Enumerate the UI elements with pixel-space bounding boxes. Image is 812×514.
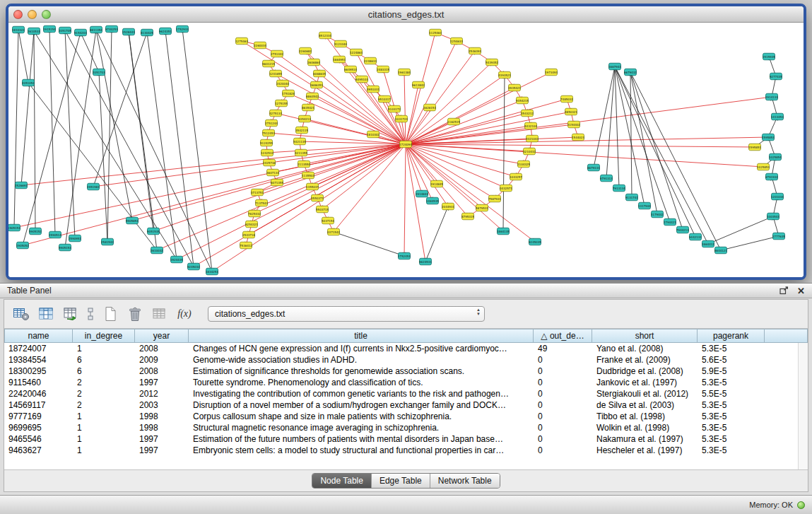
graph-node[interactable]: 2610032 (151, 247, 163, 254)
column-header-name[interactable]: name (4, 329, 73, 343)
graph-node[interactable]: 6495103 (355, 76, 368, 83)
graph-node[interactable]: 5905853 (126, 217, 139, 224)
graph-node[interactable]: 0686351 (310, 81, 323, 88)
graph-node[interactable]: 1664951 (333, 56, 346, 63)
delete-table-button[interactable] (125, 304, 145, 324)
network-svg[interactable]: 1724094127546322600342751442960121512416… (8, 23, 804, 277)
show-columns-button[interactable] (36, 304, 56, 324)
graph-node[interactable]: 2044931 (442, 203, 454, 210)
graph-node[interactable]: 2051705 (59, 27, 71, 34)
graph-node[interactable]: 8795315 (461, 213, 474, 220)
graph-node[interactable]: 2526691 (15, 182, 28, 189)
column-header-out_degree[interactable]: △ out_de… (534, 329, 592, 343)
graph-node[interactable]: 6863542 (306, 93, 319, 100)
graph-node[interactable]: 1043257 (510, 173, 522, 180)
graph-node[interactable]: 4850321 (565, 108, 577, 115)
graph-node[interactable]: 7536412 (240, 242, 252, 249)
graph-node[interactable]: 1864412 (702, 240, 714, 247)
table-row[interactable]: 1456911722003Disruption of a novel membe… (4, 399, 798, 411)
graph-node[interactable]: 1135503 (302, 172, 314, 179)
graph-node[interactable]: 1224863 (350, 49, 363, 56)
graph-node[interactable]: 1924435 (170, 256, 183, 263)
graph-node[interactable]: 5879531 (476, 204, 488, 211)
table-row[interactable]: 1938455462009Genome-wide association stu… (4, 354, 798, 366)
graph-node[interactable]: 1777635 (772, 233, 785, 240)
column-header-short[interactable]: short (592, 329, 698, 343)
graph-node[interactable]: 1025853 (757, 163, 770, 170)
function-builder-button[interactable]: f(x) (175, 304, 194, 324)
graph-node[interactable]: 2751244 (265, 119, 278, 127)
graph-node[interactable]: 1752933 (176, 25, 189, 33)
graph-node[interactable]: 1031724 (395, 115, 408, 122)
graph-node[interactable]: 7512453 (262, 129, 275, 136)
graph-node[interactable]: 9601215 (262, 60, 275, 67)
graph-node[interactable]: 2543718 (242, 231, 255, 238)
table-row[interactable]: 1872400712008Changes of HCN gene express… (4, 343, 798, 354)
graph-node[interactable]: 1484535 (426, 197, 439, 204)
table-select-dropdown[interactable]: citations_edges.txt ▲ ▼ (208, 306, 485, 322)
graph-node[interactable]: 1973493 (545, 69, 558, 76)
graph-node[interactable]: 9442131 (689, 233, 702, 240)
graph-node[interactable]: 2581542 (101, 238, 114, 245)
graph-node[interactable]: 8130425 (141, 29, 153, 36)
graph-node[interactable]: 9154203 (74, 29, 87, 36)
table-row[interactable]: 911546021997Tourette syndrome. Phenomeno… (4, 377, 798, 388)
graph-node[interactable]: 1595853 (762, 134, 775, 141)
table-row[interactable]: 1830029562008Estimation of significance … (4, 366, 798, 377)
graph-node[interactable]: 6354213 (298, 115, 311, 122)
graph-node[interactable]: 6791932 (765, 173, 778, 180)
graph-node[interactable]: 2606864 (307, 59, 320, 66)
table-scrollbar[interactable] (798, 343, 808, 469)
graph-node[interactable]: 2610533 (28, 28, 40, 35)
graph-node[interactable]: 0432571 (500, 185, 512, 192)
graph-node[interactable]: 6791313 (600, 175, 613, 182)
tab-edge-table[interactable]: Edge Table (372, 474, 430, 488)
graph-node[interactable]: 2483315 (377, 66, 389, 73)
graph-node[interactable]: 2104325 (517, 160, 530, 168)
graph-node[interactable]: 8635421 (302, 104, 314, 111)
graph-node[interactable]: 2590951 (69, 235, 81, 242)
graph-node[interactable]: 1834253 (206, 268, 218, 275)
graph-node[interactable]: 5421135 (293, 138, 306, 145)
graph-node[interactable]: 2260682 (299, 47, 312, 54)
graph-node[interactable]: 1275155 (275, 100, 288, 107)
graph-node[interactable]: 1515935 (763, 53, 775, 60)
column-header-year[interactable]: year (135, 329, 189, 343)
tab-network-table[interactable]: Network Table (430, 474, 500, 488)
graph-node[interactable]: 8512334 (319, 32, 331, 39)
graph-node[interactable]: 6679432 (624, 69, 637, 76)
graph-node[interactable]: 1590514 (49, 231, 61, 238)
graph-node[interactable]: 9277435 (770, 73, 782, 80)
window-titlebar[interactable]: citations_edges.txt (8, 6, 804, 23)
graph-node[interactable]: 3154402 (567, 121, 580, 128)
close-panel-button[interactable]: ✕ (797, 286, 805, 296)
column-header-pagerank[interactable]: pagerank (698, 329, 765, 343)
graph-node[interactable]: 1317944 (638, 202, 651, 209)
graph-node[interactable]: 3607134 (266, 169, 279, 176)
graph-node[interactable]: 1003543 (767, 213, 779, 220)
graph-node[interactable]: 9740253 (105, 25, 118, 33)
graph-node[interactable]: 1595851 (748, 144, 761, 151)
graph-node[interactable]: 1905153 (8, 224, 20, 231)
graph-node[interactable]: 5123340 (334, 40, 347, 47)
graph-node[interactable]: 1752453 (398, 252, 411, 259)
graph-node[interactable]: 1162515 (447, 118, 460, 125)
graph-node[interactable]: 1528443 (122, 28, 135, 35)
graph-node[interactable]: 8679131 (587, 164, 600, 171)
graph-node[interactable]: 4393521 (498, 71, 511, 78)
graph-node[interactable]: 7485032 (560, 95, 573, 103)
graph-node[interactable]: 1915154 (43, 25, 56, 33)
graph-node[interactable]: 1544023 (572, 134, 584, 141)
table-settings-button[interactable] (11, 304, 31, 324)
graph-node[interactable]: 5124255 (260, 139, 273, 146)
graph-node[interactable]: 5905152 (29, 228, 42, 235)
graph-node[interactable]: 1810302 (367, 131, 379, 138)
zoom-window-button[interactable] (42, 10, 51, 19)
minimize-window-button[interactable] (28, 10, 37, 19)
graph-node[interactable]: 3210432 (523, 148, 536, 155)
graph-node[interactable]: 1810322 (12, 26, 25, 33)
float-panel-button[interactable] (779, 286, 789, 295)
graph-node[interactable]: 1201034 (771, 193, 784, 200)
graph-node[interactable]: 7944213 (676, 226, 689, 233)
column-header-in_degree[interactable]: in_degree (73, 329, 135, 343)
